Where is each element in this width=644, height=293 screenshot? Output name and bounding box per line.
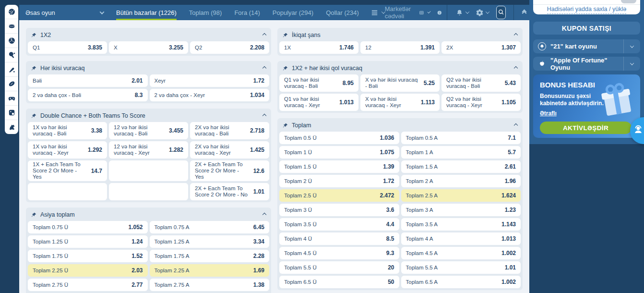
pin-icon: [31, 65, 37, 72]
market-card-header[interactable]: İkiqat şans: [279, 29, 521, 41]
info-icon[interactable]: [437, 9, 442, 17]
odds-cell[interactable]: Toplam 4 Ü8.5: [279, 232, 399, 245]
sidebar-sport-american-football[interactable]: [5, 77, 18, 91]
odds-cell[interactable]: 12 və hər ikisi vuracaq - Bəli3.455: [109, 122, 188, 139]
outcome-label: 12 və hər ikisi vuracaq - Bəli: [114, 124, 165, 137]
market-card-header[interactable]: Double Chance + Both Teams To Score: [27, 110, 270, 122]
quick-game-21-kart-oyunu[interactable]: "21" kart oyunu: [533, 39, 640, 53]
odds-cell[interactable]: Toplam 1.75 Ü1.52: [28, 250, 148, 262]
odds-cell[interactable]: Toplam 1.5 Ü1.39: [279, 160, 399, 173]
odds-cell[interactable]: 2X + Each Team To Score 2 Or More - Yes1…: [190, 160, 269, 181]
odds-cell[interactable]: Toplam 3 A1.23: [401, 204, 521, 216]
odds-cell[interactable]: Toplam 3.5 Ü4.4: [279, 218, 399, 231]
odds-cell[interactable]: 1X və hər ikisi vuracaq - Bəli3.38: [28, 122, 107, 139]
tab-qollar-234[interactable]: Qollar (234): [326, 5, 359, 20]
sidebar-sport-dice-games[interactable]: [5, 106, 18, 120]
market-card-header[interactable]: Hər ikisi vuracaq: [27, 62, 270, 74]
odds-cell[interactable]: Toplam 2.75 A1.38: [150, 279, 270, 291]
odds-cell[interactable]: Toplam 2.75 Ü2.77: [28, 279, 148, 291]
quick-game-expand[interactable]: [623, 57, 640, 71]
odds-cell[interactable]: 1X və hər ikisi vuracaq - Xeyr1.292: [28, 141, 107, 159]
odds-cell[interactable]: Toplam 1 Ü1.075: [279, 146, 399, 159]
market-card-header[interactable]: Toplam: [279, 120, 521, 131]
sidebar-sport-baseball[interactable]: [5, 62, 18, 77]
market-card-header[interactable]: Asiya toplam: [27, 209, 270, 220]
main-game-dropdown[interactable]: Əsas oyun: [19, 5, 109, 20]
odds-cell[interactable]: 2X + Each Team To Score 2 Or More - No1.…: [190, 183, 269, 200]
tab-populyar-294[interactable]: Populyar (294): [273, 5, 313, 20]
odds-cell[interactable]: Toplam 6.5 Ü50: [279, 276, 399, 288]
odds-cell[interactable]: Toplam 2 A1.96: [401, 175, 521, 187]
coupon-sale-button[interactable]: KUPON SATIŞI: [533, 22, 640, 35]
bonus-details-link[interactable]: Ətraflı: [540, 110, 557, 117]
odds-cell[interactable]: X və hər ikisi vuracaq - Bəli5.25: [360, 74, 440, 92]
activate-bonus-button[interactable]: AKTİVLƏŞDİR: [540, 122, 632, 134]
sidebar-sport-volleyball[interactable]: [5, 34, 18, 48]
odds-cell[interactable]: 121.391: [360, 41, 440, 54]
quick-game-apple-of-fortune-oyunu[interactable]: "Apple Of Fortune" Oyunu: [533, 57, 640, 71]
odds-cell[interactable]: Toplam 3.5 A1.143: [401, 218, 521, 231]
odds-cell[interactable]: 2X və hər ikisi vuracaq - Bəli2.718: [190, 122, 269, 139]
odds-cell[interactable]: Toplam 6.5 A1.002: [401, 276, 521, 288]
markets-table-control[interactable]: Marketlər cədvəli: [385, 5, 430, 20]
odds-cell[interactable]: Toplam 0.5 A7.1: [401, 132, 521, 144]
odds-cell[interactable]: X3.255: [109, 41, 188, 54]
odds-cell[interactable]: Toplam 2.25 A1.69: [150, 264, 270, 277]
odds-cell[interactable]: Xeyr1.72: [150, 74, 270, 87]
tab-toplam-98[interactable]: Toplam (98): [189, 5, 222, 20]
quick-game-expand[interactable]: [623, 39, 640, 53]
odds-cell[interactable]: Toplam 0.5 Ü1.036: [279, 132, 399, 144]
odds-cell[interactable]: Toplam 1 A5.7: [401, 146, 521, 159]
odds-cell[interactable]: Bəli2.01: [28, 74, 148, 87]
odds-cell[interactable]: Toplam 4 A1.013: [401, 232, 521, 245]
odds-cell[interactable]: Toplam 1.25 A3.34: [150, 235, 270, 248]
odds-cell[interactable]: Q22.208: [190, 41, 269, 54]
odds-cell[interactable]: Q2 və hər ikisi vuracaq - Xeyr1.105: [441, 94, 521, 111]
search-button[interactable]: [496, 6, 506, 19]
odds-cell[interactable]: Q1 və hər ikisi vuracaq - Xeyr1.013: [279, 94, 358, 111]
odds-cell[interactable]: Toplam 2.5 A1.624: [401, 189, 521, 202]
market-card-header[interactable]: 1X2 + hər ikisi qol vuracaq: [279, 62, 521, 74]
odds-cell[interactable]: Toplam 0.75 Ü1.052: [28, 221, 148, 233]
odds-cell[interactable]: Q13.835: [28, 41, 107, 54]
odds-cell[interactable]: Toplam 3 Ü3.6: [279, 204, 399, 216]
tab-b-t-n-bazarlar-1226[interactable]: Bütün bazarlar (1226): [116, 5, 177, 20]
odds-cell[interactable]: 2X1.307: [441, 41, 521, 54]
odds-cell[interactable]: Toplam 5.5 A1.01: [401, 261, 521, 274]
odds-cell[interactable]: Toplam 1.25 Ü1.24: [28, 235, 148, 248]
collapse-header-button[interactable]: [519, 5, 529, 20]
outcome-label: Toplam 1.25 A: [155, 239, 190, 245]
odds-cell[interactable]: Toplam 4.5 A1.002: [401, 247, 521, 259]
odds-cell[interactable]: Toplam 1.75 A2.28: [150, 250, 270, 262]
odds-cell[interactable]: Toplam 2.5 Ü2.472: [279, 189, 399, 202]
settings-control[interactable]: [476, 9, 489, 17]
sidebar-sport-esports[interactable]: [5, 91, 18, 106]
odds-cell[interactable]: Toplam 0.75 A6.45: [150, 221, 270, 233]
odds-cell[interactable]: 1X1.746: [279, 41, 358, 54]
odds-cell[interactable]: Toplam 2.25 Ü2.03: [28, 264, 148, 277]
market-title: Toplam: [292, 122, 311, 129]
odds-cell[interactable]: 12 və hər ikisi vuracaq - Xeyr1.282: [109, 141, 188, 159]
toggle-switch[interactable]: [621, 0, 636, 3]
odds-cell[interactable]: 2X və hər ikisi vuracaq - Xeyr1.425: [190, 141, 269, 159]
odds-cell[interactable]: 2 və daha çox - Bəli8.3: [28, 89, 148, 101]
save-load-events-link[interactable]: Hadisələri yadda saxla / yüklə: [533, 6, 640, 12]
outcome-label: 2X və hər ikisi vuracaq - Xeyr: [195, 144, 246, 156]
tab-fora-14[interactable]: Fora (14): [234, 5, 260, 20]
odds-cell[interactable]: X və hər ikisi vuracaq - Xeyr1.113: [360, 94, 440, 111]
odds-cell[interactable]: Q1 və hər ikisi vuracaq - Bəli8.95: [279, 74, 358, 92]
odds-cell[interactable]: 2 və daha çox - Xeyr1.034: [150, 89, 270, 101]
sidebar-sport-ice-hockey[interactable]: [5, 19, 18, 34]
notifications-control[interactable]: [455, 9, 469, 17]
more-markets-menu[interactable]: [370, 9, 385, 17]
sidebar-sport-basketball[interactable]: [5, 5, 18, 19]
odds-cell[interactable]: Toplam 4.5 Ü9.3: [279, 247, 399, 259]
odds-cell[interactable]: Toplam 5.5 Ü20: [279, 261, 399, 274]
odds-cell[interactable]: 1X + Each Team To Score 2 Or More - Yes1…: [28, 160, 107, 181]
market-card-header[interactable]: 1X2: [27, 29, 270, 41]
odds-cell[interactable]: Q2 və hər ikisi vuracaq - Bəli5.43: [441, 74, 521, 92]
odds-cell[interactable]: Toplam 1.5 A2.61: [401, 160, 521, 173]
odds-cell[interactable]: Toplam 2 Ü1.72: [279, 175, 399, 187]
sidebar-sport-table-tennis[interactable]: [5, 48, 18, 62]
sidebar-sport-horse-racing[interactable]: [5, 120, 18, 134]
